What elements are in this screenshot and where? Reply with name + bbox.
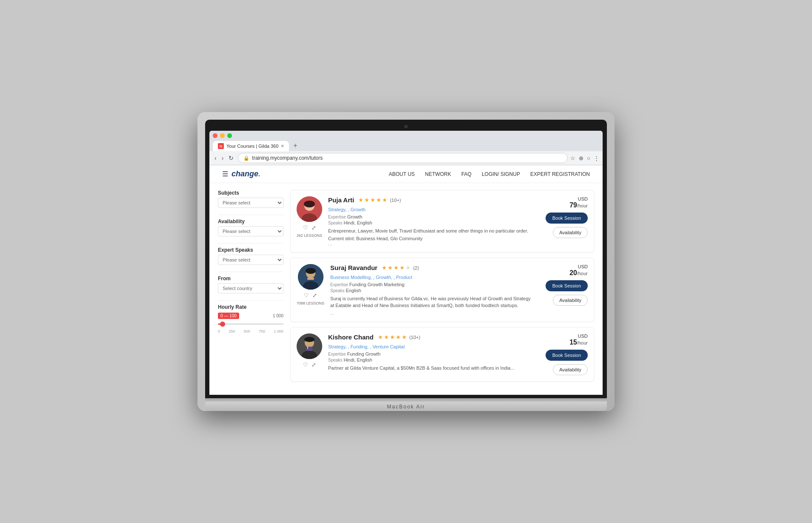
reload-button[interactable]: ↻ <box>227 154 235 162</box>
tutor-speaks: Speaks Hindi, English <box>328 357 531 362</box>
tutor-speaks: Speaks Hindi, English <box>328 220 531 225</box>
star-4: ★ <box>396 334 401 340</box>
star-4: ★ <box>400 264 405 271</box>
tutor-bio: Suraj is currently Head of Business for … <box>330 296 531 309</box>
from-select[interactable]: Select country <box>218 283 283 293</box>
rate-min-badge: 0 — 100 <box>218 313 239 319</box>
nav-about[interactable]: ABOUT US <box>389 171 415 177</box>
browser-window: G Your Courses | Gilda 360 × + ‹ › ↻ 🔒 t… <box>209 131 603 395</box>
subjects-select[interactable]: Please select <box>218 198 283 208</box>
price-per: /hour <box>577 340 588 345</box>
tutor-name: Kishore Chand <box>328 333 374 341</box>
favorite-icon[interactable]: ♡ <box>303 224 308 231</box>
speaks-label: Speaks <box>330 288 344 293</box>
tag-funding[interactable]: , Funding <box>348 344 370 349</box>
availability-filter: Availability Please select <box>218 218 283 236</box>
screen-bezel: G Your Courses | Gilda 360 × + ‹ › ↻ 🔒 t… <box>205 120 607 398</box>
back-button[interactable]: ‹ <box>213 154 218 162</box>
window-controls <box>213 133 599 138</box>
active-tab[interactable]: G Your Courses | Gilda 360 × <box>213 141 289 151</box>
rating-count: (10+) <box>390 198 401 203</box>
tutor-name-row: Kishore Chand ★ ★ ★ ★ ★ (10+) <box>328 333 531 341</box>
stars-row: ★ ★ ★ ★ ★ (10+) <box>378 334 420 340</box>
profile-icon[interactable]: ○ <box>587 155 590 161</box>
tag-growth[interactable]: , Growth <box>348 207 366 212</box>
tutor-speaks: Speaks English <box>330 288 531 293</box>
tutor-card: ♡ ⤢ 7088 LESSONS Suraj Ravandur ★ <box>290 258 594 322</box>
window-minimize-btn[interactable] <box>220 133 225 138</box>
divider-4 <box>218 300 283 301</box>
tag-product[interactable]: , Product <box>394 275 412 280</box>
tutor-avatar-col: ♡ ⤢ <box>297 333 322 375</box>
stars-row: ★ ★ ★ ★ ★ (2) <box>382 264 419 271</box>
book-session-button[interactable]: Book Session <box>546 350 588 361</box>
rate-range-display: 0 — 100 1 000 <box>218 313 283 319</box>
price-amount: 15 <box>569 339 577 346</box>
expertise-label: Expertise <box>328 352 346 356</box>
price-display: USD 79/hour <box>569 196 588 209</box>
book-session-button[interactable]: Book Session <box>546 213 588 224</box>
expert-speaks-label: Expert Speaks <box>218 247 283 253</box>
availability-select[interactable]: Please select <box>218 226 283 236</box>
laptop-hinge <box>205 398 607 402</box>
tab-close-icon[interactable]: × <box>281 143 284 149</box>
main-layout: Subjects Please select Availability Plea… <box>209 183 603 388</box>
tutor-pricing: USD 15/hour Book Session Availability <box>537 333 588 375</box>
tutor-avatar-col: ♡ ⤢ 262 LESSONS <box>297 196 322 246</box>
price-currency: USD <box>569 196 588 201</box>
nav-network[interactable]: NETWORK <box>425 171 451 177</box>
share-icon[interactable]: ⤢ <box>312 224 316 231</box>
tutor-name-row: Puja Arti ★ ★ ★ ★ ★ (10+) <box>328 196 531 204</box>
book-session-button[interactable]: Book Session <box>546 280 588 291</box>
tutor-expertise: Expertise Funding Growth <box>328 351 531 356</box>
nav-login[interactable]: LOGIN/ SIGNUP <box>482 171 520 177</box>
availability-button[interactable]: Availability <box>553 364 588 375</box>
star-3: ★ <box>390 334 395 340</box>
new-tab-button[interactable]: + <box>290 140 300 151</box>
price-per: /hour <box>577 271 588 276</box>
url-field[interactable]: 🔒 training.mycompany.com/tutors <box>238 153 568 163</box>
hamburger-icon[interactable]: ☰ <box>222 170 228 178</box>
avatar <box>297 196 322 222</box>
tag-growth[interactable]: , Growth <box>373 275 394 280</box>
bookmark-icon[interactable]: ☆ <box>570 155 575 161</box>
speaks-value: English <box>346 288 361 293</box>
nav-faq[interactable]: FAQ <box>461 171 472 177</box>
range-thumb[interactable] <box>220 322 225 327</box>
expertise-label: Expertise <box>330 282 348 287</box>
tutor-name: Puja Arti <box>328 196 354 204</box>
expertise-value: Funding Growth Marketing <box>349 282 405 287</box>
window-maximize-btn[interactable] <box>227 133 232 138</box>
forward-button[interactable]: › <box>220 154 226 162</box>
favorite-icon[interactable]: ♡ <box>303 362 308 368</box>
nav-buttons: ‹ › ↻ <box>213 154 235 162</box>
star-2: ★ <box>388 264 393 271</box>
svg-point-3 <box>304 201 315 207</box>
rating-count: (2) <box>413 265 419 270</box>
tag-strategy[interactable]: Strategy <box>328 207 348 212</box>
window-close-btn[interactable] <box>213 133 217 138</box>
tag-bizmod[interactable]: Business Modelling <box>330 275 373 280</box>
share-icon[interactable]: ⤢ <box>312 292 317 299</box>
expert-speaks-select[interactable]: Please select <box>218 255 283 265</box>
star-1: ★ <box>358 197 363 203</box>
favorite-icon[interactable]: ♡ <box>304 292 309 299</box>
range-label-1000: 1 000 <box>274 329 283 333</box>
extensions-icon[interactable]: ⊕ <box>579 155 583 161</box>
availability-button[interactable]: Availability <box>553 227 588 238</box>
availability-button[interactable]: Availability <box>553 295 588 306</box>
chrome-titlebar: G Your Courses | Gilda 360 × + <box>209 131 603 151</box>
price-currency: USD <box>569 333 588 339</box>
menu-icon[interactable]: ⋮ <box>594 155 599 161</box>
tag-strategy[interactable]: Strategy <box>328 344 348 349</box>
price-display: USD 20/hour <box>569 264 588 277</box>
range-slider[interactable] <box>218 321 283 328</box>
tag-vc[interactable]: , Venture Capital <box>370 344 404 349</box>
logo-area: ☰ change. <box>222 170 260 178</box>
share-icon[interactable]: ⤢ <box>312 362 316 368</box>
tutor-tags: Business Modelling, Growth, Product <box>330 273 531 281</box>
tutor-expertise: Expertise Growth <box>328 214 531 219</box>
nav-expert-reg[interactable]: EXPERT REGISTRATION <box>530 171 590 177</box>
lessons-count: 7088 LESSONS <box>297 301 324 305</box>
svg-rect-8 <box>307 278 314 280</box>
